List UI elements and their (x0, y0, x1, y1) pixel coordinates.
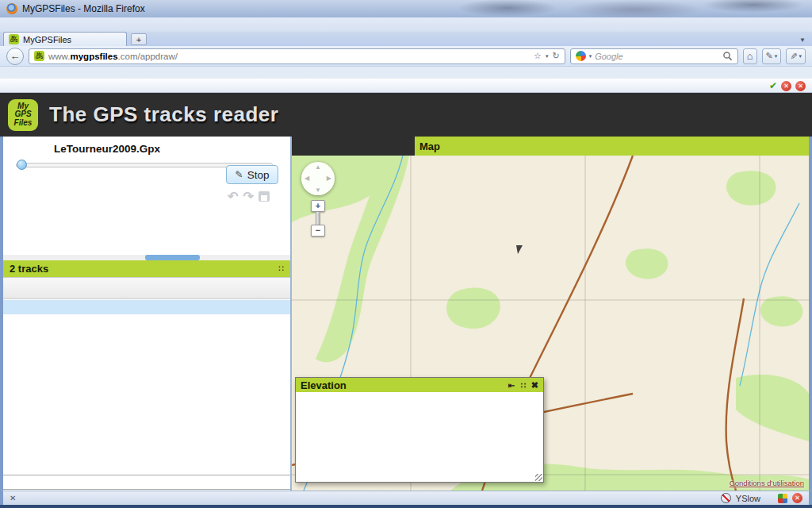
resize-handle[interactable] (535, 474, 542, 481)
horizontal-scrollbar[interactable] (3, 255, 290, 260)
page-title: The GPS tracks reader (49, 102, 278, 127)
reload-icon[interactable]: ↻ (552, 51, 559, 61)
map-zoom-control: + − (311, 200, 325, 237)
pencil-icon: ✎ (236, 169, 243, 180)
close-icon[interactable]: ✖ (531, 380, 538, 391)
track-legend: LeTourneur2009.Gpx (8, 143, 160, 155)
pan-left-icon[interactable]: ◀ (304, 175, 309, 182)
search-input[interactable]: Google (595, 52, 718, 61)
elevation-title: Elevation (301, 379, 347, 391)
expand-panel-icon[interactable]: ∷ (278, 264, 284, 274)
error-count-icon[interactable]: ✕ (781, 81, 791, 91)
redo-button[interactable]: ↷ (243, 189, 253, 204)
track-color-swatch[interactable] (8, 144, 44, 154)
stop-button[interactable]: ✎ Stop (226, 165, 278, 184)
track-file-name: LeTourneur2009.Gpx (54, 143, 160, 155)
url-dropdown-icon[interactable]: ▾ (546, 53, 549, 60)
pan-right-icon[interactable]: ▶ (327, 175, 331, 182)
zoom-out-button[interactable]: − (311, 225, 325, 237)
addon-misc-icon[interactable] (778, 494, 787, 503)
map-pan-control[interactable]: ▲ ▼ ◀ ▶ (301, 162, 335, 195)
elevation-chart-body (296, 392, 543, 482)
search-engine-dropdown-icon[interactable]: ▾ (589, 53, 592, 60)
site-favicon: MyGPS (34, 51, 44, 61)
map-panel-title: Map (415, 137, 809, 156)
browser-menubar (0, 17, 812, 32)
main-content: LeTourneur2009.Gpx ✎ Stop ↶ ↷ 2 tracks ∷ (0, 137, 812, 491)
new-tab-button[interactable]: + (131, 33, 147, 45)
map-canvas[interactable]: ▲ ▼ ◀ ▶ + − Elevation ⇤ (292, 156, 809, 491)
tab-strip: MyGPS MyGPSFiles + ▼ (0, 32, 812, 46)
url-text[interactable]: www.mygpsfiles.com/appdraw/ (48, 52, 530, 61)
map-menu-bar (292, 137, 415, 156)
map-attribution-link[interactable]: Conditions d'utilisation (730, 479, 804, 487)
save-icon[interactable] (259, 191, 270, 202)
back-button[interactable]: ← (6, 48, 24, 65)
dock-icon[interactable]: ⇤ (508, 381, 515, 390)
zoom-in-button[interactable]: + (311, 200, 325, 212)
addon-eyedropper-button[interactable]: ✎▾ (786, 48, 806, 64)
elevation-panel-header[interactable]: Elevation ⇤ ∷ ✖ (296, 378, 543, 392)
addon-bar: ✕ YSlow ✕ (0, 491, 812, 505)
addon-brush-button[interactable]: ✎▾ (762, 48, 782, 64)
scrollbar-thumb[interactable] (145, 255, 200, 260)
bookmarks-toolbar (0, 67, 812, 79)
home-button[interactable]: ⌂ (743, 48, 757, 64)
mygpsfiles-favicon: MyGPS (9, 34, 19, 44)
tracks-table-header (3, 277, 290, 299)
firefox-window: MyGPSFiles - Mozilla Firefox MyGPS MyGPS… (0, 0, 812, 508)
addonbar-close-icon[interactable]: ✕ (10, 494, 16, 502)
window-titlebar[interactable]: MyGPSFiles - Mozilla Firefox (0, 0, 812, 17)
search-bar[interactable]: ▾ Google (570, 48, 738, 64)
search-magnifier-icon[interactable] (722, 51, 733, 61)
map-area: Map (292, 137, 809, 491)
tracks-totals-row (3, 475, 290, 490)
error-console-icon[interactable]: ✕ (792, 493, 802, 503)
yslow-icon[interactable] (721, 493, 731, 503)
track-panel: LeTourneur2009.Gpx ✎ Stop ↶ ↷ 2 tracks ∷ (3, 137, 290, 491)
context-menu-tail (516, 245, 523, 259)
navigation-toolbar: ← MyGPS www.mygpsfiles.com/appdraw/ ☆ ▾ … (0, 46, 812, 67)
list-all-tabs-icon[interactable]: ▼ (799, 37, 806, 44)
elevation-chart (296, 392, 543, 482)
bookmark-star-icon[interactable]: ☆ (534, 51, 542, 61)
window-title: MyGPSFiles - Mozilla Firefox (22, 3, 145, 14)
elevation-panel[interactable]: Elevation ⇤ ∷ ✖ (295, 377, 544, 483)
zoom-slider[interactable] (316, 212, 320, 225)
warning-count-icon[interactable]: ✕ (795, 81, 806, 91)
webdeveloper-toolbar: ✔ ✕ ✕ (0, 79, 812, 93)
tab-mygpsfiles[interactable]: MyGPS MyGPSFiles (3, 32, 127, 46)
url-bar[interactable]: MyGPS www.mygpsfiles.com/appdraw/ ☆ ▾ ↻ (29, 48, 565, 64)
tab-label: MyGPSFiles (23, 35, 71, 44)
undo-button[interactable]: ↶ (228, 189, 238, 204)
expand-icon[interactable]: ∷ (520, 381, 525, 390)
tracks-list-header[interactable]: 2 tracks ∷ (3, 260, 290, 277)
mygpsfiles-logo: MyGPSFiles (8, 99, 38, 131)
slider-handle[interactable] (17, 160, 27, 170)
yslow-label[interactable]: YSlow (736, 494, 760, 503)
track-row[interactable] (3, 300, 290, 314)
pan-up-icon[interactable]: ▲ (315, 164, 321, 171)
google-icon (576, 51, 586, 61)
pan-down-icon[interactable]: ▼ (315, 187, 321, 194)
app-header: MyGPSFiles The GPS tracks reader (0, 93, 812, 137)
firefox-icon (6, 3, 17, 14)
validation-check-icon[interactable]: ✔ (769, 80, 777, 91)
